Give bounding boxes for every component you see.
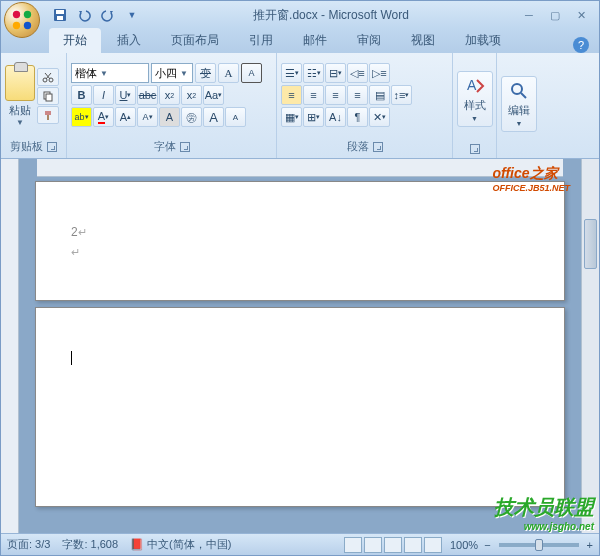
close-button[interactable]: ✕ — [571, 7, 591, 23]
underline-button[interactable]: U▾ — [115, 85, 136, 105]
tab-mail[interactable]: 邮件 — [289, 28, 341, 53]
align-right-button[interactable]: ≡ — [325, 85, 346, 105]
grow-font-button[interactable]: A▴ — [115, 107, 136, 127]
status-language[interactable]: 📕 中文(简体，中国) — [130, 537, 231, 552]
enclose-char-button[interactable]: ㊘ — [181, 107, 202, 127]
qat-customize-icon[interactable]: ▼ — [121, 4, 143, 26]
editing-button[interactable]: 编辑 ▼ — [501, 76, 537, 132]
phonetic-guide-button[interactable]: A — [218, 63, 239, 83]
tab-review[interactable]: 审阅 — [343, 28, 395, 53]
align-left-button[interactable]: ≡ — [281, 85, 302, 105]
horizontal-ruler[interactable] — [37, 159, 563, 177]
group-styles: A 样式 ▼ — [453, 53, 497, 158]
justify-button[interactable]: ≡ — [347, 85, 368, 105]
view-print-layout-button[interactable] — [344, 537, 362, 553]
shrink-font-small-button[interactable]: A — [225, 107, 246, 127]
status-words[interactable]: 字数: 1,608 — [62, 537, 118, 552]
increase-indent-button[interactable]: ▷≡ — [369, 63, 390, 83]
borders-button[interactable]: ⊞▾ — [303, 107, 324, 127]
view-web-button[interactable] — [384, 537, 402, 553]
tab-addins[interactable]: 加载项 — [451, 28, 515, 53]
paste-icon[interactable] — [5, 65, 35, 101]
asian-layout-button[interactable]: ✕▾ — [369, 107, 390, 127]
ribbon-tabs: 开始 插入 页面布局 引用 邮件 审阅 视图 加载项 ? — [1, 29, 599, 53]
paragraph-mark-icon: ↵ — [71, 246, 529, 259]
shrink-font-button[interactable]: A▾ — [137, 107, 158, 127]
group-clipboard: 粘贴 ▼ 剪贴板 — [1, 53, 67, 158]
zoom-thumb[interactable] — [535, 539, 543, 551]
font-launcher[interactable] — [180, 142, 190, 152]
cut-button[interactable] — [37, 68, 59, 86]
strikethrough-button[interactable]: abc — [137, 85, 158, 105]
status-page[interactable]: 页面: 3/3 — [7, 537, 50, 552]
numbering-button[interactable]: ☷▾ — [303, 63, 324, 83]
help-icon[interactable]: ? — [573, 37, 589, 53]
grow-font-large-button[interactable]: A — [203, 107, 224, 127]
tab-references[interactable]: 引用 — [235, 28, 287, 53]
svg-point-14 — [512, 84, 522, 94]
change-case-button[interactable]: Aa▾ — [203, 85, 224, 105]
italic-button[interactable]: I — [93, 85, 114, 105]
show-marks-button[interactable]: ¶ — [347, 107, 368, 127]
tab-home[interactable]: 开始 — [49, 28, 101, 53]
svg-rect-10 — [46, 94, 52, 101]
page-1[interactable]: 2↵ ↵ — [35, 181, 565, 301]
svg-rect-5 — [56, 10, 64, 14]
zoom-in-button[interactable]: + — [587, 539, 593, 551]
document-viewport[interactable]: 2↵ ↵ — [19, 159, 581, 533]
multilevel-button[interactable]: ⊟▾ — [325, 63, 346, 83]
clipboard-launcher[interactable] — [47, 142, 57, 152]
bullets-button[interactable]: ☰▾ — [281, 63, 302, 83]
char-border-button[interactable]: A — [241, 63, 262, 83]
sort-button[interactable]: A↓ — [325, 107, 346, 127]
vertical-ruler[interactable] — [1, 159, 19, 533]
zoom-level[interactable]: 100% — [450, 539, 478, 551]
line-spacing-button[interactable]: ↕≡▾ — [391, 85, 412, 105]
subscript-button[interactable]: x2 — [159, 85, 180, 105]
char-shading-button[interactable]: A — [159, 107, 180, 127]
tab-layout[interactable]: 页面布局 — [157, 28, 233, 53]
decrease-indent-button[interactable]: ◁≡ — [347, 63, 368, 83]
office-button[interactable] — [4, 2, 40, 38]
quick-access-toolbar: ▼ — [49, 4, 143, 26]
view-outline-button[interactable] — [404, 537, 422, 553]
tab-insert[interactable]: 插入 — [103, 28, 155, 53]
undo-icon[interactable] — [73, 4, 95, 26]
paste-label[interactable]: 粘贴 — [9, 103, 31, 118]
view-full-screen-button[interactable] — [364, 537, 382, 553]
font-size-combo[interactable]: 小四▼ — [151, 63, 193, 83]
font-color-button[interactable]: A▾ — [93, 107, 114, 127]
svg-point-3 — [24, 22, 31, 29]
tab-view[interactable]: 视图 — [397, 28, 449, 53]
window-controls: ─ ▢ ✕ — [519, 7, 591, 23]
maximize-button[interactable]: ▢ — [545, 7, 565, 23]
minimize-button[interactable]: ─ — [519, 7, 539, 23]
group-clipboard-label: 剪贴板 — [10, 139, 43, 154]
save-icon[interactable] — [49, 4, 71, 26]
align-center-button[interactable]: ≡ — [303, 85, 324, 105]
page-2[interactable] — [35, 307, 565, 507]
watermark-office: office之家 OFFICE.JB51.NET — [492, 165, 570, 193]
page1-text: 2 — [71, 225, 78, 239]
vertical-scrollbar[interactable] — [581, 159, 599, 533]
font-name-combo[interactable]: 楷体▼ — [71, 63, 149, 83]
superscript-button[interactable]: x2 — [181, 85, 202, 105]
svg-point-0 — [13, 11, 20, 18]
styles-button[interactable]: A 样式 ▼ — [457, 71, 493, 127]
paragraph-launcher[interactable] — [373, 142, 383, 152]
copy-button[interactable] — [37, 87, 59, 105]
view-draft-button[interactable] — [424, 537, 442, 553]
zoom-out-button[interactable]: − — [484, 539, 490, 551]
highlight-button[interactable]: ab▾ — [71, 107, 92, 127]
bold-button[interactable]: B — [71, 85, 92, 105]
shading-button[interactable]: ▦▾ — [281, 107, 302, 127]
format-painter-button[interactable] — [37, 106, 59, 124]
zoom-slider[interactable] — [499, 543, 579, 547]
scroll-thumb[interactable] — [584, 219, 597, 269]
group-font: 楷体▼ 小四▼ 变 A A B I U▾ abc x2 x2 Aa▾ ab▾ — [67, 53, 277, 158]
redo-icon[interactable] — [97, 4, 119, 26]
distribute-button[interactable]: ▤ — [369, 85, 390, 105]
svg-point-2 — [13, 22, 20, 29]
styles-launcher[interactable] — [470, 144, 480, 154]
clear-formatting-button[interactable]: 变 — [195, 63, 216, 83]
